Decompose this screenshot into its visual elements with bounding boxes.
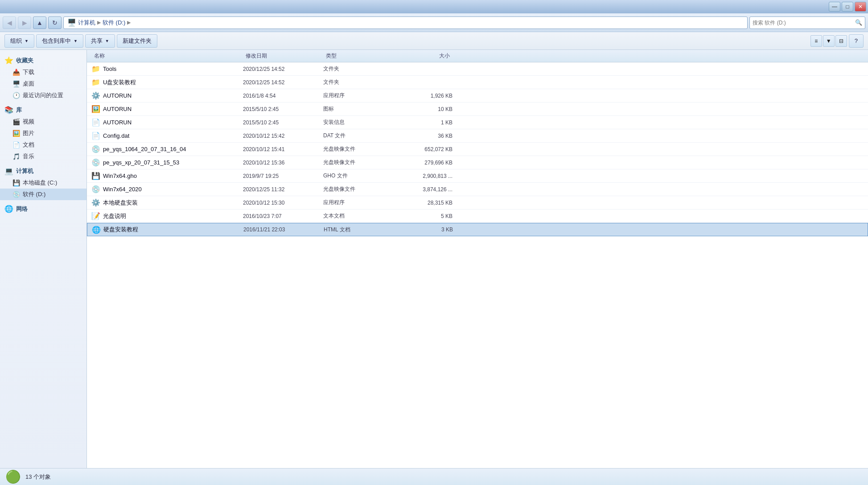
file-type: 应用程序 — [323, 92, 395, 99]
table-row[interactable]: 📁U盘安装教程2020/12/25 14:52文件夹 — [87, 76, 868, 89]
sidebar-library-header[interactable]: 📚 库 — [0, 104, 86, 116]
sidebar-item-drive-c-label: 本地磁盘 (C:) — [23, 179, 57, 187]
sidebar-item-music-label: 音乐 — [23, 152, 34, 160]
file-name: 本地硬盘安装 — [103, 199, 243, 207]
desktop-icon: 🖥️ — [12, 80, 20, 87]
help-button[interactable]: ? — [849, 34, 864, 48]
col-header-size[interactable]: 大小 — [395, 52, 453, 60]
file-size: 279,696 KB — [395, 160, 453, 166]
table-row[interactable]: 💾Win7x64.gho2019/9/7 19:25GHO 文件2,900,81… — [87, 169, 868, 183]
forward-button[interactable]: ▶ — [18, 16, 31, 29]
file-type: 光盘映像文件 — [323, 145, 395, 153]
sidebar-item-desktop[interactable]: 🖥️ 桌面 — [0, 78, 86, 90]
sidebar-computer-section: 💻 计算机 💾 本地磁盘 (C:) 💿 软件 (D:) — [0, 165, 86, 200]
maximize-button[interactable]: □ — [842, 2, 853, 12]
table-row[interactable]: 🖼️AUTORUN2015/5/10 2:45图标10 KB — [87, 103, 868, 116]
refresh-button[interactable]: ↻ — [48, 16, 62, 29]
file-type: GHO 文件 — [323, 172, 395, 180]
file-name: pe_yqs_xp_20_07_31_15_53 — [103, 159, 243, 166]
sidebar-item-music[interactable]: 🎵 音乐 — [0, 151, 86, 162]
minimize-button[interactable]: — — [829, 2, 840, 12]
file-size: 3 KB — [395, 226, 453, 233]
file-date: 2020/10/12 15:41 — [243, 146, 323, 152]
close-button[interactable]: ✕ — [855, 2, 866, 12]
file-date: 2016/1/8 4:54 — [243, 93, 323, 99]
table-row[interactable]: 💿pe_yqs_xp_20_07_31_15_532020/10/12 15:3… — [87, 156, 868, 169]
col-header-modified[interactable]: 修改日期 — [243, 52, 323, 60]
share-dropdown-arrow: ▼ — [105, 39, 109, 43]
up-button[interactable]: ▲ — [33, 16, 46, 29]
sidebar-favorites-header[interactable]: ⭐ 收藏夹 — [0, 54, 86, 66]
file-type: DAT 文件 — [323, 132, 395, 140]
organize-button[interactable]: 组织 ▼ — [4, 34, 34, 48]
sidebar-item-drive-c[interactable]: 💾 本地磁盘 (C:) — [0, 177, 86, 189]
file-icon: 💿 — [91, 158, 100, 167]
file-type: 光盘映像文件 — [323, 185, 395, 193]
sidebar-favorites-section: ⭐ 收藏夹 📥 下载 🖥️ 桌面 🕐 最近访问的位置 — [0, 54, 86, 101]
table-row[interactable]: 📄AUTORUN2015/5/10 2:45安装信息1 KB — [87, 116, 868, 129]
file-type: HTML 文档 — [324, 226, 395, 234]
sidebar-item-video[interactable]: 🎬 视频 — [0, 116, 86, 127]
file-date: 2020/10/12 15:30 — [243, 200, 323, 206]
file-icon: 💿 — [91, 185, 100, 194]
include-library-button[interactable]: 包含到库中 ▼ — [36, 34, 83, 48]
table-row[interactable]: 🌐硬盘安装教程2016/11/21 22:03HTML 文档3 KB — [87, 223, 868, 236]
file-icon: 🖼️ — [91, 105, 100, 114]
search-box[interactable]: 🔍 — [749, 16, 865, 29]
table-row[interactable]: ⚙️本地硬盘安装2020/10/12 15:30应用程序28,315 KB — [87, 196, 868, 210]
file-icon: 💿 — [91, 145, 100, 154]
network-label: 网络 — [16, 205, 28, 213]
library-label: 库 — [16, 106, 22, 114]
view-dropdown-button[interactable]: ▼ — [823, 35, 835, 47]
drive-d-icon: 💿 — [12, 191, 20, 198]
organize-dropdown-arrow: ▼ — [25, 39, 29, 43]
view-change-button[interactable]: ≡ — [810, 35, 822, 47]
back-button[interactable]: ◀ — [3, 16, 16, 29]
new-folder-button[interactable]: 新建文件夹 — [117, 34, 157, 48]
table-row[interactable]: 💿Win7x64_20202020/12/25 11:32光盘映像文件3,874… — [87, 183, 868, 196]
file-name: 硬盘安装教程 — [103, 226, 243, 234]
new-folder-label: 新建文件夹 — [123, 37, 152, 45]
sidebar-computer-header[interactable]: 💻 计算机 — [0, 165, 86, 177]
file-icon: 📄 — [91, 132, 100, 140]
sidebar-network-header[interactable]: 🌐 网络 — [0, 203, 86, 215]
file-name: pe_yqs_1064_20_07_31_16_04 — [103, 146, 243, 152]
file-icon: 📝 — [91, 212, 100, 221]
sidebar-item-drive-d[interactable]: 💿 软件 (D:) — [0, 189, 86, 200]
sidebar-item-documents[interactable]: 📄 文档 — [0, 139, 86, 151]
sidebar: ⭐ 收藏夹 📥 下载 🖥️ 桌面 🕐 最近访问的位置 📚 库 — [0, 50, 87, 468]
file-size: 28,315 KB — [395, 200, 453, 206]
sidebar-item-recent-label: 最近访问的位置 — [23, 91, 63, 99]
file-size: 3,874,126 ... — [395, 186, 453, 193]
file-date: 2015/5/10 2:45 — [243, 119, 323, 126]
file-icon: ⚙️ — [91, 198, 100, 207]
sidebar-item-pictures[interactable]: 🖼️ 图片 — [0, 127, 86, 139]
main-area: ⭐ 收藏夹 📥 下载 🖥️ 桌面 🕐 最近访问的位置 📚 库 — [0, 50, 868, 468]
sidebar-item-documents-label: 文档 — [23, 141, 34, 149]
file-type: 安装信息 — [323, 119, 395, 126]
file-size: 10 KB — [395, 106, 453, 112]
file-list: 📁Tools2020/12/25 14:52文件夹📁U盘安装教程2020/12/… — [87, 62, 868, 468]
breadcrumb-drive[interactable]: 软件 (D:) — [103, 19, 125, 27]
col-header-type[interactable]: 类型 — [323, 52, 395, 60]
table-row[interactable]: 📝光盘说明2016/10/23 7:07文本文档5 KB — [87, 210, 868, 223]
status-count: 13 个对象 — [25, 473, 51, 481]
sidebar-item-download-label: 下载 — [23, 68, 34, 76]
search-input[interactable] — [753, 20, 853, 26]
share-button[interactable]: 共享 ▼ — [85, 34, 115, 48]
file-type: 文本文档 — [323, 212, 395, 220]
file-icon: 📁 — [91, 78, 100, 87]
breadcrumb-computer[interactable]: 计算机 — [78, 19, 95, 27]
preview-pane-button[interactable]: ⊟ — [835, 35, 847, 47]
table-row[interactable]: 📁Tools2020/12/25 14:52文件夹 — [87, 62, 868, 76]
file-type: 光盘映像文件 — [323, 159, 395, 166]
sidebar-item-recent[interactable]: 🕐 最近访问的位置 — [0, 90, 86, 101]
download-icon: 📥 — [12, 69, 20, 76]
file-icon: ⚙️ — [91, 91, 100, 100]
sidebar-item-download[interactable]: 📥 下载 — [0, 66, 86, 78]
col-header-name[interactable]: 名称 — [91, 52, 243, 60]
table-row[interactable]: 📄Config.dat2020/10/12 15:42DAT 文件36 KB — [87, 129, 868, 143]
table-row[interactable]: 💿pe_yqs_1064_20_07_31_16_042020/10/12 15… — [87, 143, 868, 156]
network-icon: 🌐 — [4, 205, 13, 213]
table-row[interactable]: ⚙️AUTORUN2016/1/8 4:54应用程序1,926 KB — [87, 89, 868, 103]
